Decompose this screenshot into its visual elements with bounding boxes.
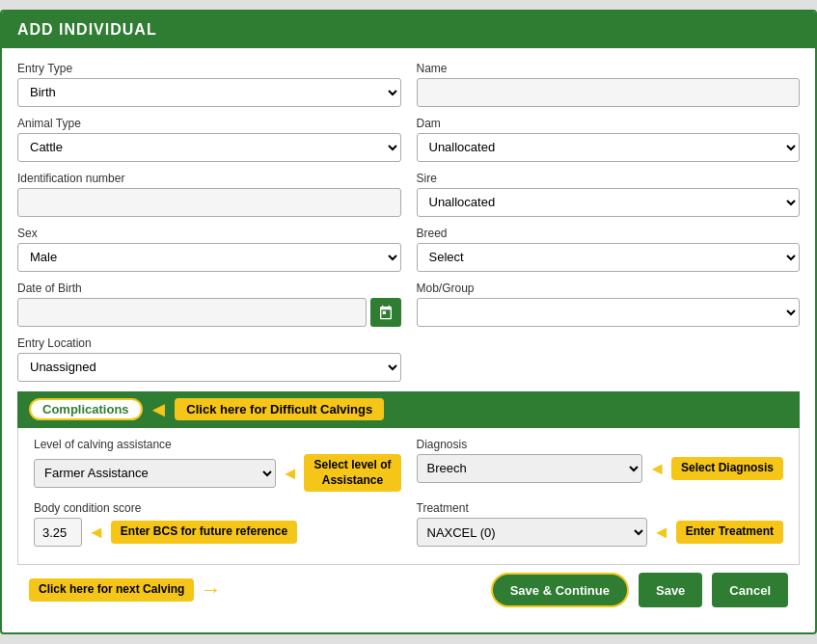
- dam-label: Dam: [417, 117, 801, 130]
- assistance-arrow-icon: ◄: [282, 465, 299, 482]
- bcs-value: 3.25: [34, 518, 82, 547]
- diagnosis-arrow-icon: ◄: [648, 460, 666, 477]
- treatment-select[interactable]: NAXCEL (0) None: [417, 518, 647, 547]
- bcs-arrow-icon: ◄: [88, 523, 105, 541]
- diagnosis-label: Diagnosis: [417, 438, 784, 451]
- calving-assistance-label: Level of calving assistance: [34, 438, 401, 451]
- bcs-label: Body condition score: [34, 501, 401, 515]
- calendar-icon: [378, 305, 394, 320]
- name-label: Name: [417, 62, 801, 75]
- breed-select[interactable]: Select Angus Hereford: [417, 243, 801, 272]
- diagnosis-select[interactable]: Breech Malpresentation None: [417, 454, 643, 483]
- sex-label: Sex: [17, 227, 401, 240]
- entry-type-label: Entry Type: [17, 62, 401, 75]
- next-calving-callout: Click here for next Calving: [29, 578, 194, 602]
- assistance-callout: Select level ofAssistance: [304, 454, 400, 492]
- dam-select[interactable]: Unallocated: [417, 133, 801, 162]
- entry-location-label: Entry Location: [17, 336, 401, 350]
- mob-group-label: Mob/Group: [417, 282, 801, 295]
- dob-input[interactable]: 19/12/2017: [17, 298, 367, 327]
- calendar-button[interactable]: [370, 298, 401, 327]
- treatment-label: Treatment: [417, 501, 784, 515]
- treatment-callout: Enter Treatment: [676, 521, 783, 544]
- dob-label: Date of Birth: [17, 282, 401, 295]
- name-input[interactable]: [417, 78, 801, 107]
- next-calving-arrow-icon: →: [200, 577, 221, 603]
- difficult-calvings-callout[interactable]: Click here for Difficult Calvings: [175, 398, 384, 420]
- modal-title: ADD INDIVIDUAL: [2, 12, 815, 48]
- sex-select[interactable]: Male Female: [17, 243, 401, 272]
- entry-type-select[interactable]: Birth Purchase Transfer In: [17, 78, 401, 107]
- arrow-left-icon: ◄: [149, 397, 170, 422]
- identification-number-input[interactable]: [17, 188, 401, 217]
- bcs-callout: Enter BCS for future reference: [111, 521, 297, 544]
- save-continue-button[interactable]: Save & Continue: [491, 573, 629, 607]
- save-button[interactable]: Save: [639, 573, 702, 607]
- sire-label: Sire: [417, 172, 801, 185]
- animal-type-select[interactable]: Cattle Sheep Goat: [17, 133, 401, 162]
- mob-group-select[interactable]: [417, 298, 801, 327]
- sire-select[interactable]: Unallocated: [417, 188, 801, 217]
- entry-location-select[interactable]: Unassigned: [17, 353, 401, 382]
- diagnosis-callout: Select Diagnosis: [671, 457, 783, 480]
- cancel-button[interactable]: Cancel: [712, 573, 788, 607]
- treatment-arrow-icon: ◄: [653, 523, 670, 541]
- breed-label: Breed: [417, 227, 801, 240]
- calving-assistance-select[interactable]: Farmer Assistance Vet Assistance None: [34, 459, 276, 488]
- footer-callout-area: Click here for next Calving →: [29, 577, 221, 603]
- identification-number-label: Identification number: [17, 172, 401, 185]
- animal-type-label: Animal Type: [17, 117, 401, 130]
- complications-bar: Complications ◄ Click here for Difficult…: [17, 391, 800, 428]
- complications-badge[interactable]: Complications: [29, 398, 143, 420]
